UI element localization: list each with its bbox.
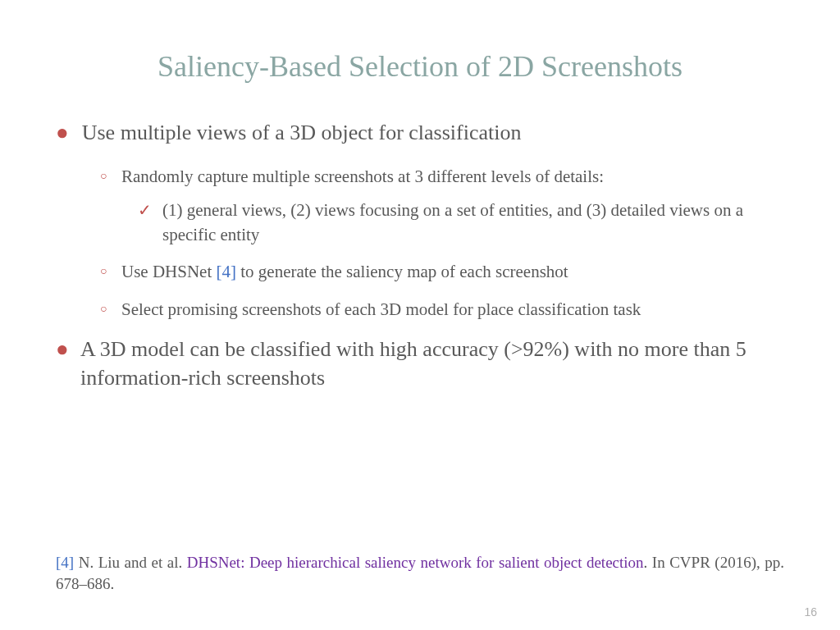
- bullet-text: Use multiple views of a 3D object for cl…: [82, 118, 522, 147]
- page-number: 16: [804, 605, 817, 619]
- citation-footer: [4] N. Liu and et al. DHSNet: Deep hiera…: [56, 552, 784, 596]
- dot-icon: ●: [56, 118, 69, 147]
- slide-content: Saliency-Based Selection of 2D Screensho…: [0, 0, 840, 630]
- citation-number: [4]: [56, 554, 74, 571]
- citation-authors: N. Liu and et al.: [74, 554, 187, 571]
- circle-icon: ○: [100, 265, 110, 284]
- dot-icon: ●: [56, 335, 67, 392]
- bullet-level3: ✓ (1) general views, (2) views focusing …: [138, 199, 784, 247]
- bullet-text: A 3D model can be classified with high a…: [80, 335, 784, 392]
- slide-title: Saliency-Based Selection of 2D Screensho…: [56, 49, 784, 84]
- bullet-level2: ○ Randomly capture multiple screenshots …: [100, 165, 784, 189]
- circle-icon: ○: [100, 170, 110, 189]
- text-part: Use DHSNet: [121, 262, 217, 281]
- bullet-level2: ○ Select promising screenshots of each 3…: [100, 298, 784, 322]
- bullet-level1: ● Use multiple views of a 3D object for …: [56, 118, 784, 147]
- bullet-level1: ● A 3D model can be classified with high…: [56, 335, 784, 392]
- citation-title: DHSNet: Deep hierarchical saliency netwo…: [187, 554, 644, 571]
- bullet-text: (1) general views, (2) views focusing on…: [162, 199, 784, 247]
- text-part: to generate the saliency map of each scr…: [236, 262, 568, 281]
- bullet-text: Randomly capture multiple screenshots at…: [121, 165, 604, 189]
- check-icon: ✓: [138, 199, 153, 247]
- bullet-text: Select promising screenshots of each 3D …: [121, 298, 641, 322]
- bullet-text: Use DHSNet [4] to generate the saliency …: [121, 260, 568, 284]
- circle-icon: ○: [100, 303, 110, 322]
- bullet-level2: ○ Use DHSNet [4] to generate the salienc…: [100, 260, 784, 284]
- reference-link[interactable]: [4]: [217, 262, 237, 281]
